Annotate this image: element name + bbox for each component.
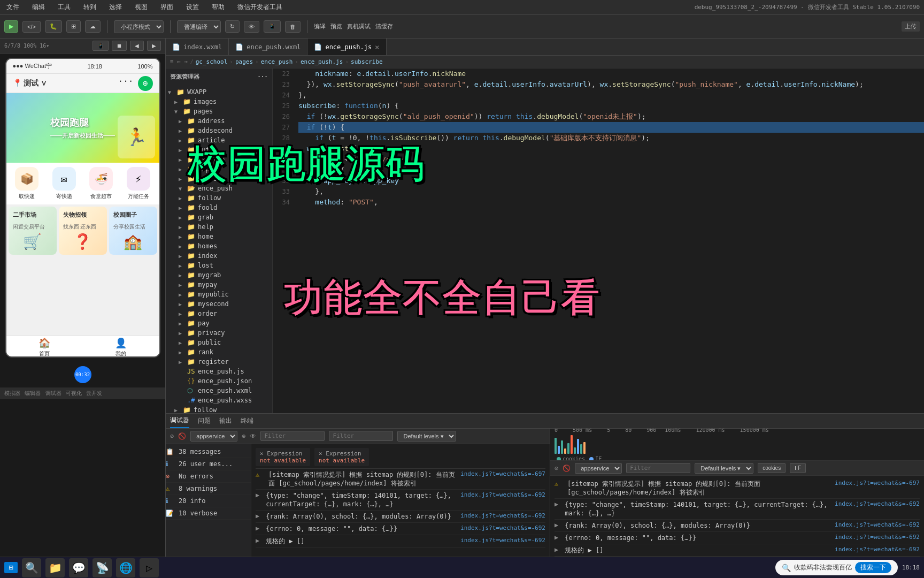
sim-stop-btn[interactable]: ⏹ [112, 41, 127, 51]
tree-auth[interactable]: ▶📁auth [166, 145, 272, 155]
menu-select[interactable]: 选择 [107, 2, 124, 13]
clearcache-button[interactable]: 🗑 [285, 21, 301, 33]
breadcrumb-gc-school[interactable]: gc_school [196, 58, 228, 65]
tree-address[interactable]: ▶📁address [166, 116, 272, 126]
taskbar-app-5[interactable]: ▷ [140, 558, 159, 577]
level-select[interactable]: Default levels ▾ [397, 431, 456, 442]
code-editor[interactable]: 22 23 24 25 26 27 28 29 30 31 32 33 34 [273, 69, 924, 413]
tree-foold[interactable]: ▶📁foold [166, 203, 272, 212]
net-level-select[interactable]: Default levels ▾ [695, 463, 753, 474]
search-button[interactable]: 搜索一下 [855, 562, 891, 573]
sim-next-btn[interactable]: ▶ [147, 41, 161, 51]
console-toggle[interactable]: ⊘ [170, 432, 174, 440]
msg-group-info[interactable]: ℹ 20 info [166, 495, 251, 507]
net-filter-input[interactable] [626, 463, 690, 473]
mode-select[interactable]: 小程序模式 [114, 20, 164, 33]
msg-source-3[interactable]: index.js?t=wechat&s=-692 [460, 524, 545, 531]
tree-images[interactable]: ▶ 📁 images [166, 97, 272, 107]
start-button[interactable]: ⊞ [4, 562, 18, 573]
console-clear[interactable]: 🚫 [178, 432, 186, 440]
appservice-select[interactable]: appservice [190, 431, 237, 442]
menu-settings[interactable]: 设置 [184, 2, 201, 13]
menu-goto[interactable]: 转到 [81, 2, 98, 13]
debug-button[interactable]: 🐛 [45, 20, 62, 33]
msg-expand-1[interactable]: ▶ [256, 491, 259, 499]
tree-mygrab[interactable]: ▶📁mygrab [166, 270, 272, 280]
bottom-mine[interactable]: 👤 我的 [115, 337, 127, 358]
appservice-eye[interactable]: 👁 [250, 432, 256, 440]
menu-interface[interactable]: 界面 [158, 2, 175, 13]
tree-ence-push-wxss[interactable]: .# ence_push.wxss [166, 396, 272, 405]
visual-button[interactable]: ⊞ [66, 20, 81, 33]
tree-mypay[interactable]: ▶📁mypay [166, 280, 272, 290]
sim-icon-btn[interactable]: 📱 [93, 41, 109, 51]
realdevice-button[interactable]: 📱 [264, 20, 281, 33]
net-if-btn[interactable]: Ⅰ F [790, 463, 806, 473]
net-expand-1[interactable]: ▶ [555, 500, 558, 508]
preview-button[interactable]: 👁 [244, 21, 259, 33]
tree-canteen[interactable]: ▶📁canteen [166, 155, 272, 164]
location-text[interactable]: 📍 测试 ∨ [13, 79, 48, 88]
tree-wxapp[interactable]: ▼ 📁 WXAPP [166, 87, 272, 97]
tree-grab[interactable]: ▶📁grab [166, 212, 272, 222]
msg-expand-3[interactable]: ▶ [256, 524, 259, 532]
tab-close-2[interactable]: × [375, 43, 379, 51]
menu-edit[interactable]: 编辑 [30, 2, 47, 13]
msg-expand-4[interactable]: ▶ [256, 537, 259, 544]
compile-select[interactable]: 普通编译 [177, 20, 221, 33]
upload-button[interactable]: 上传 [902, 21, 920, 32]
msg-group-user[interactable]: ℹ 26 user mes... [166, 458, 251, 470]
tree-more-follow[interactable]: ▶📁follow [166, 405, 272, 413]
icon-shitang[interactable]: 🍜 食堂超市 [85, 167, 117, 200]
tree-ence_push[interactable]: ▼📂ence_push [166, 184, 272, 193]
net-clear[interactable]: 🚫 [563, 465, 571, 472]
tree-ence-push-wxml[interactable]: ⬡ ence_push.wxml [166, 386, 272, 396]
msg-source-0[interactable]: index.js?t=wechat&s=-697 [460, 470, 545, 477]
taskbar-app-0[interactable]: 🔍 [22, 558, 41, 577]
breadcrumb-ence-push[interactable]: ence_push [261, 58, 293, 65]
tree-ence-push-json[interactable]: {} ence_push.json [166, 376, 272, 386]
explorer-more[interactable]: ··· [257, 73, 268, 80]
tree-public[interactable]: ▶📁public [166, 338, 272, 347]
msg-expand-2[interactable]: ▶ [256, 512, 259, 520]
tree-rank[interactable]: ▶📁rank [166, 347, 272, 357]
tree-order[interactable]: ▶📁order [166, 309, 272, 318]
tree-ence-push-js[interactable]: JS ence_push.js [166, 367, 272, 376]
filter-input2[interactable] [329, 431, 393, 441]
breadcrumb-file[interactable]: ence_push.js [301, 58, 343, 65]
tree-register[interactable]: ▶📁register [166, 357, 272, 367]
tree-lost[interactable]: ▶📁lost [166, 261, 272, 270]
tree-pages[interactable]: ▼ 📁 pages [166, 107, 272, 116]
tree-index[interactable]: ▶📁index [166, 251, 272, 261]
taskbar-app-1[interactable]: 📁 [45, 558, 65, 577]
net-src-0[interactable]: index.js?t=wechat&s=-697 [835, 480, 920, 486]
tree-mysecond[interactable]: ▶📁mysecond [166, 299, 272, 309]
tab-ence-push-wxml[interactable]: 📄 ence_push.wxml [229, 39, 307, 56]
net-src-2[interactable]: index.js?t=wechat&s=-692 [835, 521, 920, 528]
menu-view[interactable]: 视图 [133, 2, 150, 13]
net-appservice-select[interactable]: appservice [575, 463, 622, 474]
card-ershi[interactable]: 二手市场 闲置交易平台 🛒 [9, 207, 57, 255]
tree-privacy[interactable]: ▶📁privacy [166, 328, 272, 338]
menu-tools[interactable]: 工具 [56, 2, 73, 13]
tab-problems[interactable]: 问题 [198, 414, 211, 428]
expression-close-1[interactable]: × Expression [319, 450, 365, 457]
icon-qukuaidi[interactable]: 📦 取快递 [11, 167, 43, 200]
net-expand-2[interactable]: ▶ [555, 521, 558, 529]
cloud-button[interactable]: ☁ [85, 20, 101, 33]
msg-group-errors[interactable]: ⊗ No errors [166, 470, 251, 483]
msg-source-2[interactable]: index.js?t=wechat&s=-692 [460, 512, 545, 519]
tab-output[interactable]: 输出 [219, 414, 232, 428]
net-src-4[interactable]: index.js?t=wechat&s=-692 [835, 546, 920, 553]
tab-ence-push-js[interactable]: 📄 ence_push.js × [307, 39, 386, 56]
net-cookies-btn[interactable]: cookies [758, 463, 786, 473]
more-icon[interactable]: ··· [118, 76, 134, 91]
tree-addsecond[interactable]: ▶📁addsecond [166, 126, 272, 135]
tree-article[interactable]: ▶📁article [166, 135, 272, 145]
taskbar-app-3[interactable]: 📡 [93, 558, 112, 577]
bottom-home[interactable]: 🏠 首页 [38, 337, 50, 358]
menu-file[interactable]: 文件 [4, 2, 21, 13]
msg-source-1[interactable]: index.js?t=wechat&s=-692 [460, 491, 545, 498]
msg-group-all[interactable]: 📋 38 messages [166, 446, 251, 458]
code-button[interactable]: </> [22, 21, 41, 33]
